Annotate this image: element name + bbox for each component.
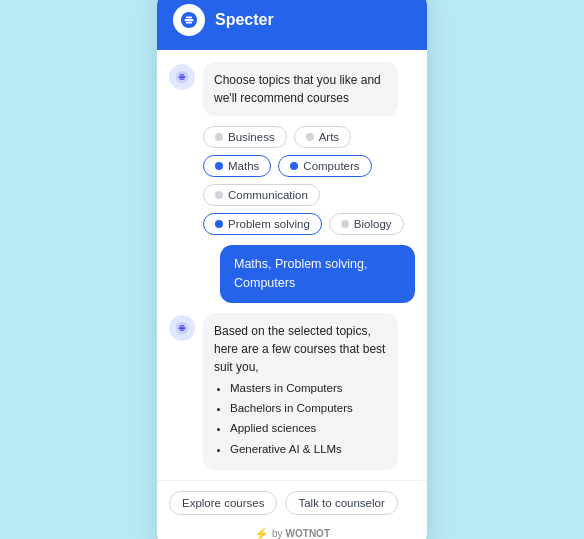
svg-rect-6 <box>180 74 185 75</box>
course-item-3: Generative AI & LLMs <box>230 441 387 458</box>
bot-avatar-1 <box>169 64 195 90</box>
explore-courses-button[interactable]: Explore courses <box>169 491 277 515</box>
topic-label-problem-solving: Problem solving <box>228 218 310 230</box>
talk-to-counselor-button[interactable]: Talk to counselor <box>285 491 397 515</box>
bot-avatar-2 <box>169 315 195 341</box>
topic-label-maths: Maths <box>228 160 259 172</box>
user-response-bubble: Maths, Problem solving, Computers <box>220 245 415 303</box>
bot-message-bubble-2: Based on the selected topics, here are a… <box>203 313 398 470</box>
bot-message-row-1: Choose topics that you like and we'll re… <box>169 62 415 116</box>
topic-dot-computers <box>290 162 298 170</box>
svg-rect-7 <box>180 79 185 80</box>
course-item-0: Masters in Computers <box>230 380 387 397</box>
topic-label-biology: Biology <box>354 218 392 230</box>
topic-chip-biology[interactable]: Biology <box>329 213 404 235</box>
chat-window: Specter Choose topics that you like and … <box>157 0 427 539</box>
course-item-2: Applied sciences <box>230 420 387 437</box>
svg-rect-10 <box>180 325 185 326</box>
footer-prefix: by <box>272 528 283 539</box>
user-response-text: Maths, Problem solving, Computers <box>234 257 367 290</box>
svg-rect-5 <box>179 77 186 79</box>
topic-dot-maths <box>215 162 223 170</box>
svg-rect-9 <box>179 327 186 329</box>
topics-area: Business Arts Maths Computers Communicat… <box>203 126 415 235</box>
topic-dot-arts <box>306 133 314 141</box>
topic-chip-communication[interactable]: Communication <box>203 184 320 206</box>
bolt-icon: ⚡ <box>254 527 269 539</box>
topic-chip-computers[interactable]: Computers <box>278 155 371 177</box>
action-buttons-area: Explore courses Talk to counselor <box>157 480 427 523</box>
topic-chip-maths[interactable]: Maths <box>203 155 271 177</box>
course-list: Masters in Computers Bachelors in Comput… <box>214 380 387 458</box>
bot-message-row-2: Based on the selected topics, here are a… <box>169 313 415 470</box>
topic-label-computers: Computers <box>303 160 359 172</box>
svg-rect-11 <box>180 329 185 330</box>
topic-label-business: Business <box>228 131 275 143</box>
bot-message-text-2: Based on the selected topics, here are a… <box>214 324 385 374</box>
topic-chip-problem-solving[interactable]: Problem solving <box>203 213 322 235</box>
header-avatar <box>173 4 205 36</box>
bot-message-text-1: Choose topics that you like and we'll re… <box>214 73 381 105</box>
chat-body: Choose topics that you like and we'll re… <box>157 50 427 480</box>
topic-label-arts: Arts <box>319 131 339 143</box>
topic-chip-business[interactable]: Business <box>203 126 287 148</box>
chat-footer: ⚡ by WOTNOT <box>157 523 427 539</box>
topic-dot-problem-solving <box>215 220 223 228</box>
bot-message-bubble-1: Choose topics that you like and we'll re… <box>203 62 398 116</box>
svg-rect-1 <box>185 19 194 21</box>
course-item-1: Bachelors in Computers <box>230 400 387 417</box>
footer-brand: WOTNOT <box>286 528 330 539</box>
topic-chip-arts[interactable]: Arts <box>294 126 351 148</box>
topic-dot-business <box>215 133 223 141</box>
topic-dot-biology <box>341 220 349 228</box>
chat-header: Specter <box>157 0 427 50</box>
topic-dot-communication <box>215 191 223 199</box>
svg-rect-2 <box>186 17 192 19</box>
header-title: Specter <box>215 11 274 29</box>
svg-rect-3 <box>186 22 192 24</box>
topic-label-communication: Communication <box>228 189 308 201</box>
